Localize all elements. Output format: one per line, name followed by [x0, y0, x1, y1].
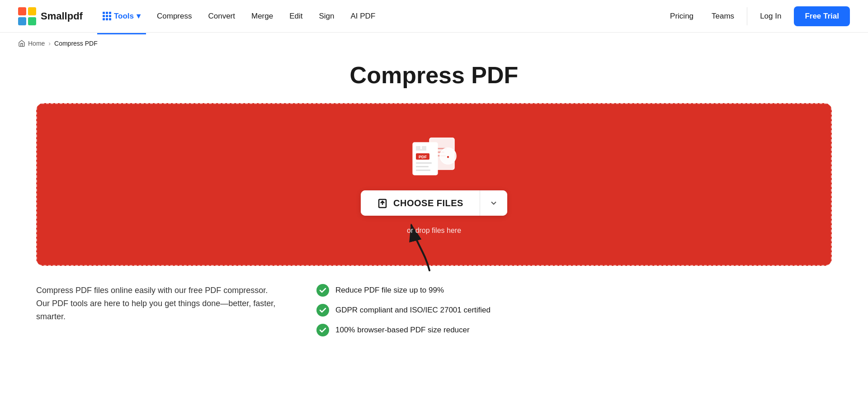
choose-files-label: CHOOSE FILES	[393, 198, 463, 208]
feature-item-2: GDPR compliant and ISO/IEC 27001 certifi…	[316, 304, 832, 317]
svg-rect-1	[28, 7, 36, 15]
nav-compress[interactable]: Compress	[150, 8, 199, 24]
login-link[interactable]: Log In	[755, 8, 787, 24]
svg-text:PDF: PDF	[419, 155, 427, 159]
nav-divider	[747, 7, 747, 25]
description-text: Compress PDF files online easily with ou…	[36, 284, 280, 323]
nav-convert[interactable]: Convert	[201, 8, 242, 24]
check-icon-3	[316, 324, 329, 336]
check-icon-1	[316, 284, 329, 297]
grid-icon	[103, 12, 111, 20]
breadcrumb-current: Compress PDF	[54, 40, 98, 47]
chevron-down-icon	[489, 199, 498, 208]
feature-label-1: Reduce PDF file size up to 99%	[335, 286, 444, 295]
svg-rect-16	[416, 162, 432, 164]
nav-sign[interactable]: Sign	[311, 8, 341, 24]
tools-button[interactable]: Tools ▾	[97, 8, 146, 24]
svg-rect-2	[18, 17, 26, 25]
svg-text:●: ●	[447, 154, 449, 159]
or-drop-text: or drop files here	[407, 227, 461, 235]
svg-rect-18	[416, 170, 430, 171]
nav-ai-pdf[interactable]: AI PDF	[344, 8, 383, 24]
svg-rect-0	[18, 7, 26, 15]
nav-merge[interactable]: Merge	[244, 8, 280, 24]
header-right: Pricing Teams Log In Free Trial	[665, 6, 850, 26]
logo[interactable]: Smallpdf	[18, 7, 83, 25]
svg-point-26	[316, 304, 329, 317]
bottom-section: Compress PDF files online easily with ou…	[0, 284, 868, 355]
features-list: Reduce PDF file size up to 99% GDPR comp…	[316, 284, 832, 336]
header: Smallpdf Tools ▾ Compress Convert Merge …	[0, 0, 868, 33]
feature-item-1: Reduce PDF file size up to 99%	[316, 284, 832, 297]
breadcrumb-home[interactable]: Home	[18, 40, 45, 47]
nav-edit[interactable]: Edit	[282, 8, 310, 24]
upload-icon	[377, 198, 388, 208]
drop-zone-content: ● PDF CHOOSE	[361, 116, 507, 253]
teams-link[interactable]: Teams	[706, 8, 740, 24]
feature-item-3: 100% browser-based PDF size reducer	[316, 324, 832, 336]
svg-rect-17	[416, 166, 429, 167]
logo-text: Smallpdf	[41, 10, 83, 22]
choose-files-dropdown-button[interactable]	[480, 190, 507, 216]
choose-files-button[interactable]: CHOOSE FILES	[361, 190, 480, 216]
svg-point-25	[316, 284, 329, 297]
breadcrumb-separator: ›	[48, 40, 51, 47]
drop-zone[interactable]: ● PDF CHOOSE	[36, 103, 832, 266]
choose-files-group: CHOOSE FILES	[361, 190, 507, 216]
page-title: Compress PDF	[0, 61, 868, 89]
home-icon	[18, 40, 25, 47]
check-icon-2	[316, 304, 329, 317]
feature-label-3: 100% browser-based PDF size reducer	[335, 326, 470, 335]
free-trial-button[interactable]: Free Trial	[794, 6, 850, 26]
breadcrumb: Home › Compress PDF	[0, 33, 868, 54]
feature-label-2: GDPR compliant and ISO/IEC 27001 certifi…	[335, 306, 491, 315]
tools-label: Tools	[114, 12, 134, 21]
pricing-link[interactable]: Pricing	[665, 8, 699, 24]
nav-links: Compress Convert Merge Edit Sign AI PDF	[150, 8, 665, 24]
chevron-down-icon: ▾	[137, 11, 141, 21]
svg-point-27	[316, 324, 329, 336]
svg-rect-21	[416, 149, 426, 151]
svg-rect-3	[28, 17, 36, 25]
logo-icon	[18, 7, 36, 25]
breadcrumb-home-label: Home	[28, 40, 45, 47]
pdf-illustration: ● PDF	[405, 134, 463, 180]
